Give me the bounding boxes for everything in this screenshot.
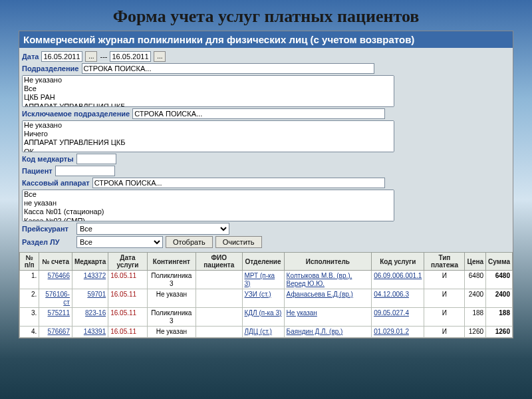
code-link[interactable]: 04.12.006.3 (374, 291, 409, 298)
dept-link[interactable]: МРТ (п-ка 3) (245, 272, 275, 287)
slide-title: Форма учета услуг платных пациентов (0, 0, 532, 31)
label-section: Раздел ЛУ (22, 238, 74, 246)
cell-fio (196, 271, 242, 289)
list-item[interactable]: АППАРАТ УПРАВЛЕНИЯ ЦКБ (23, 138, 394, 147)
cell-sdate: 16.05.11 (108, 327, 147, 338)
label-excl-dept: Исключаемое подразделение (22, 110, 130, 118)
cell-acc: 576667 (39, 327, 72, 338)
cell-code: 09.05.027.4 (372, 308, 424, 327)
list-item[interactable]: Касса №02 (СМП) (23, 217, 394, 221)
cell-n: 2. (20, 289, 39, 308)
table-row: 1.57646614337216.05.11Поликлиника 3МРТ (… (20, 271, 513, 289)
exec-link[interactable]: Баяндин Д.Л. (вр.) (287, 328, 343, 335)
col-card: Медкарта (72, 253, 108, 271)
cell-sdate: 16.05.11 (108, 271, 147, 289)
cell-n: 4. (20, 327, 39, 338)
code-link[interactable]: 09.05.027.4 (374, 309, 409, 317)
excl-dept-search-input[interactable] (132, 108, 385, 119)
col-sum: Сумма (486, 253, 513, 271)
col-acc: № счета (39, 253, 72, 271)
date-from-input[interactable] (41, 51, 82, 62)
table-row: 2.576106-ст5970116.05.11Не указанУЗИ (ст… (20, 289, 513, 308)
cell-dept: УЗИ (ст.) (242, 289, 284, 308)
cell-code: 04.12.006.3 (372, 289, 424, 308)
cell-acc: 576466 (39, 271, 72, 289)
list-item[interactable]: Не указано (23, 121, 394, 130)
date-to-picker-button[interactable]: ... (154, 51, 166, 62)
date-from-picker-button[interactable]: ... (85, 51, 97, 62)
medcard-link[interactable]: 59701 (87, 291, 106, 298)
label-medcard: Код медкарты (22, 155, 74, 163)
medcard-link[interactable]: 143372 (84, 272, 106, 279)
account-link[interactable]: 576466 (48, 272, 70, 279)
kassa-search-input[interactable] (92, 178, 385, 188)
select-button[interactable]: Отобрать (166, 236, 213, 248)
medcard-input[interactable] (76, 154, 116, 164)
list-item[interactable]: Ничего (23, 130, 394, 138)
exec-link[interactable]: Колтыкова М.В. (вр.), Веред Ю.Ю. (287, 272, 352, 287)
cell-fio (196, 289, 242, 308)
cell-sum: 2400 (486, 289, 513, 308)
dept-link[interactable]: КДЛ (п-ка 3) (245, 309, 282, 317)
cell-cont: Поликлиника 3 (147, 308, 196, 327)
code-link[interactable]: 01.029.01.2 (374, 328, 409, 335)
account-link[interactable]: 576667 (48, 328, 70, 335)
cell-exec: Колтыкова М.В. (вр.), Веред Ю.Ю. (284, 271, 372, 289)
patient-input[interactable] (55, 166, 115, 176)
pricelist-select[interactable]: Все (76, 223, 229, 235)
medcard-link[interactable]: 143391 (84, 328, 106, 335)
app-header: Коммерческий журнал поликлиники для физи… (19, 31, 513, 48)
list-item[interactable]: ОК (23, 148, 394, 152)
date-to-input[interactable] (110, 51, 151, 62)
list-item[interactable]: Все (23, 190, 394, 199)
exec-link[interactable]: Афанасьева Е.Д.(вр.) (287, 291, 353, 298)
cell-sdate: 16.05.11 (108, 308, 147, 327)
list-item[interactable]: Не указано (23, 76, 394, 84)
cell-cont: Поликлиника 3 (147, 271, 196, 289)
col-ptype: Тип платежа (424, 253, 465, 271)
cell-ptype: И (424, 271, 465, 289)
cell-dept: КДЛ (п-ка 3) (242, 308, 284, 327)
cell-code: 01.029.01.2 (372, 327, 424, 338)
exec-link[interactable]: Не указан (287, 309, 317, 317)
col-n: № п/п (20, 253, 39, 271)
kassa-list[interactable]: Всене указанКасса №01 (стационар)Касса №… (22, 190, 394, 221)
cell-exec: Не указан (284, 308, 372, 327)
app-window: Коммерческий журнал поликлиники для физи… (19, 31, 513, 338)
list-item[interactable]: ЦКБ РАН (23, 93, 394, 102)
label-patient: Пациент (22, 167, 53, 175)
cell-acc: 575211 (39, 308, 72, 327)
dept-search-input[interactable] (82, 63, 374, 74)
excl-dept-list[interactable]: Не указаноНичего АППАРАТ УПРАВЛЕНИЯ ЦКБ … (22, 120, 394, 152)
results-table: № п/п № счета Медкарта Дата услуги Конти… (19, 252, 513, 338)
list-item[interactable]: Касса №01 (стационар) (23, 207, 394, 216)
col-code: Код услуги (372, 253, 424, 271)
list-item[interactable]: АППАРАТ УПРАВЛЕНИЯ ЦКБ (23, 102, 394, 107)
col-price: Цена (465, 253, 486, 271)
section-select[interactable]: Все (76, 236, 163, 248)
cell-sum: 1260 (486, 327, 513, 338)
cell-exec: Афанасьева Е.Д.(вр.) (284, 289, 372, 308)
dept-link[interactable]: УЗИ (ст.) (245, 291, 271, 298)
label-kassa: Кассовый аппарат (22, 179, 90, 187)
code-link[interactable]: 06.09.006.001.1 (374, 272, 422, 279)
label-pricelist: Прейскурант (22, 225, 74, 233)
clear-button[interactable]: Очистить (215, 236, 262, 248)
list-item[interactable]: Все (23, 84, 394, 93)
cell-price: 188 (465, 308, 486, 327)
account-link[interactable]: 575211 (48, 309, 70, 317)
table-row: 3.575211823-1616.05.11Поликлиника 3КДЛ (… (20, 308, 513, 327)
list-item[interactable]: не указан (23, 199, 394, 207)
cell-cont: Не указан (147, 327, 196, 338)
cell-n: 3. (20, 308, 39, 327)
medcard-link[interactable]: 823-16 (85, 309, 106, 317)
cell-fio (196, 327, 242, 338)
dept-list[interactable]: Не указаноВсеЦКБ РАНАППАРАТ УПРАВЛЕНИЯ Ц… (22, 75, 394, 107)
cell-n: 1. (20, 271, 39, 289)
dept-link[interactable]: ЛДЦ (ст.) (245, 328, 272, 335)
account-link[interactable]: 576106-ст (45, 291, 70, 306)
filter-form: Дата ... --- ... Подразделение Не указан… (19, 48, 513, 252)
col-dept: Отделение (242, 253, 284, 271)
cell-code: 06.09.006.001.1 (372, 271, 424, 289)
cell-fio (196, 308, 242, 327)
